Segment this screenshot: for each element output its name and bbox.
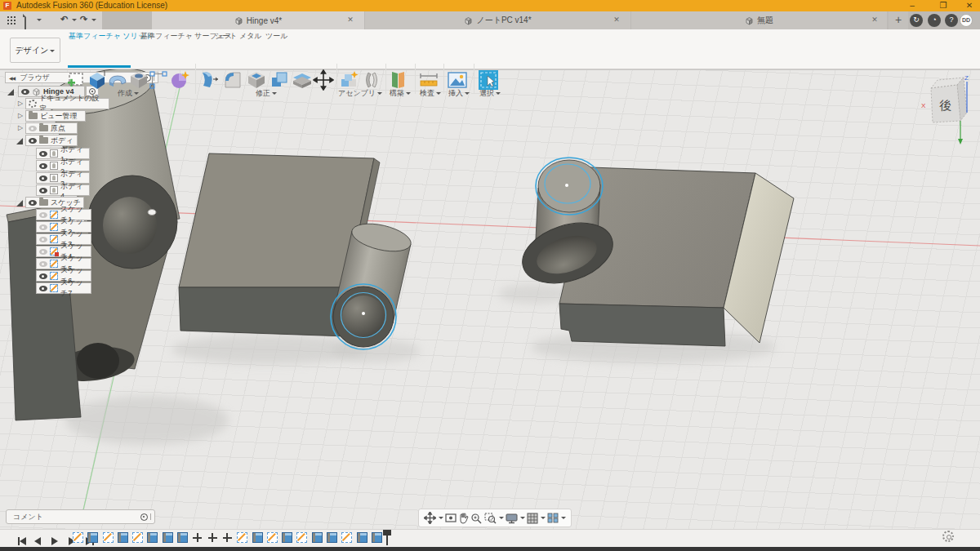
timeline-go-start[interactable] bbox=[18, 534, 26, 549]
tab-close-icon[interactable]: ✕ bbox=[871, 16, 879, 24]
workspace-selector[interactable]: デザイン bbox=[10, 38, 60, 63]
zoom-tool[interactable] bbox=[470, 513, 482, 524]
visibility-eye-icon-off[interactable] bbox=[29, 126, 37, 131]
ribbon-tab-tools[interactable]: ツール bbox=[265, 31, 287, 42]
tab-untitled[interactable]: 無題 ✕ bbox=[631, 11, 887, 29]
group-label-inspect[interactable]: 検査 bbox=[420, 88, 441, 99]
timeline-extrude-feature[interactable] bbox=[118, 532, 128, 543]
visibility-eye-icon-off[interactable] bbox=[39, 261, 47, 267]
visibility-eye-icon-off[interactable] bbox=[39, 224, 47, 230]
app-grid-icon[interactable] bbox=[7, 16, 16, 24]
minimize-button[interactable]: – bbox=[906, 0, 918, 11]
create-sketch-icon[interactable] bbox=[66, 69, 87, 91]
timeline-extrude-feature[interactable] bbox=[282, 532, 292, 543]
visibility-eye-icon-off[interactable] bbox=[39, 212, 47, 218]
browser-item-sketch7[interactable]: スケッチ7 bbox=[36, 282, 91, 294]
undo-caret[interactable] bbox=[72, 19, 77, 21]
avatar[interactable]: DD bbox=[960, 14, 973, 27]
group-label-assemble[interactable]: アセンブリ bbox=[338, 88, 382, 99]
visibility-eye-icon[interactable] bbox=[39, 188, 47, 193]
comment-box[interactable]: コメント bbox=[6, 509, 155, 524]
expand-arrow-root[interactable] bbox=[7, 89, 14, 96]
visibility-eye-icon[interactable] bbox=[39, 273, 47, 279]
timeline-extrude-feature[interactable] bbox=[252, 532, 263, 543]
timeline-step-back[interactable] bbox=[34, 534, 41, 549]
maximize-button[interactable]: ❐ bbox=[938, 0, 949, 11]
redo-icon[interactable]: ↷ bbox=[80, 14, 87, 24]
visibility-eye-icon[interactable] bbox=[39, 151, 47, 157]
orbit-tool[interactable] bbox=[424, 512, 443, 524]
timeline-sketch-feature[interactable] bbox=[267, 532, 278, 543]
timeline-sketch-feature[interactable] bbox=[341, 532, 352, 543]
expand-arrow-origin[interactable]: ▷ bbox=[18, 125, 23, 131]
expand-arrow-viewmgmt[interactable]: ▷ bbox=[18, 113, 23, 119]
timeline-extrude-feature[interactable] bbox=[177, 532, 188, 543]
timeline-extrude-feature[interactable] bbox=[163, 532, 173, 543]
press-pull-icon[interactable] bbox=[198, 69, 220, 91]
timeline-extrude-feature[interactable] bbox=[147, 532, 158, 543]
extrude-icon[interactable] bbox=[87, 69, 108, 91]
timeline-settings-gear-icon[interactable] bbox=[942, 531, 954, 542]
group-label-modify[interactable]: 修正 bbox=[256, 88, 277, 99]
viewports-tool[interactable] bbox=[547, 513, 566, 523]
timeline-marker[interactable] bbox=[386, 530, 388, 545]
tab-hinge[interactable]: Hinge v4* ✕ bbox=[152, 11, 364, 29]
visibility-eye-icon-off[interactable] bbox=[39, 249, 47, 255]
fillet-icon[interactable] bbox=[222, 69, 243, 91]
look-at-tool[interactable] bbox=[445, 513, 457, 523]
tab-close-icon[interactable]: ✕ bbox=[612, 16, 621, 24]
offset-face-icon[interactable] bbox=[292, 69, 313, 91]
visibility-eye-icon[interactable] bbox=[39, 163, 47, 169]
browser-item-doc-settings[interactable]: ドキュメントの設定 bbox=[25, 98, 109, 109]
browser-item-origin[interactable]: 原点 bbox=[25, 122, 78, 134]
undo-icon[interactable]: ↶ bbox=[60, 14, 68, 24]
tab-close-icon[interactable]: ✕ bbox=[346, 16, 354, 24]
browser-item-body4[interactable]: ボディ4 bbox=[36, 184, 90, 196]
group-label-select[interactable]: 選択 bbox=[479, 88, 501, 99]
timeline-play[interactable] bbox=[51, 534, 58, 549]
viewport-canvas[interactable] bbox=[0, 69, 980, 529]
pattern-icon[interactable] bbox=[148, 69, 169, 91]
group-label-construct[interactable]: 構築 bbox=[390, 88, 411, 99]
visibility-eye-icon[interactable] bbox=[29, 138, 37, 144]
job-status-icon[interactable]: ↻ bbox=[910, 14, 923, 27]
expand-arrow-bodies[interactable] bbox=[16, 138, 23, 144]
notifications-icon[interactable]: ◔ bbox=[928, 14, 941, 27]
new-tab-button[interactable]: + bbox=[889, 11, 908, 29]
comment-options-icon[interactable] bbox=[140, 513, 148, 521]
grid-display-tool[interactable] bbox=[527, 513, 546, 524]
help-icon[interactable]: ? bbox=[945, 14, 958, 27]
timeline-extrude-feature[interactable] bbox=[357, 532, 368, 543]
timeline-sketch-feature[interactable] bbox=[296, 532, 307, 543]
view-cube[interactable]: 後 Z X bbox=[921, 73, 980, 149]
redo-caret[interactable] bbox=[91, 19, 96, 21]
timeline-sketch-feature[interactable] bbox=[237, 532, 247, 543]
visibility-eye-icon[interactable] bbox=[21, 89, 29, 95]
expand-arrow-docsettings[interactable]: ▷ bbox=[18, 100, 23, 107]
timeline-extrude-feature[interactable] bbox=[87, 532, 98, 543]
browser-item-view-mgmt[interactable]: ビュー管理 bbox=[25, 110, 86, 122]
visibility-eye-icon[interactable] bbox=[29, 200, 37, 206]
timeline-move-feature[interactable] bbox=[192, 532, 203, 543]
timeline-sketch-feature[interactable] bbox=[132, 532, 143, 543]
group-label-create[interactable]: 作成 bbox=[118, 88, 139, 99]
file-menu-caret[interactable] bbox=[37, 19, 42, 21]
create-form-icon[interactable] bbox=[169, 69, 190, 91]
timeline-move-feature[interactable] bbox=[207, 532, 218, 543]
collapse-panel-icon[interactable]: ◀◀ bbox=[9, 75, 15, 81]
display-settings-tool[interactable] bbox=[506, 513, 525, 524]
expand-arrow-sketches[interactable] bbox=[16, 200, 23, 207]
visibility-eye-icon[interactable] bbox=[39, 286, 47, 291]
file-menu-icon[interactable] bbox=[24, 14, 26, 29]
timeline-extrude-feature[interactable] bbox=[312, 532, 323, 543]
timeline-sketch-feature[interactable] bbox=[73, 532, 83, 543]
close-button[interactable]: ✕ bbox=[964, 0, 975, 11]
visibility-eye-icon[interactable] bbox=[39, 176, 47, 181]
ribbon-tab-sheetmetal[interactable]: シート メタル bbox=[215, 31, 262, 42]
group-label-insert[interactable]: 挿入 bbox=[448, 88, 470, 99]
timeline-extrude-feature[interactable] bbox=[327, 532, 337, 543]
timeline-move-feature[interactable] bbox=[222, 532, 233, 543]
zoom-window-tool[interactable] bbox=[484, 513, 504, 524]
tab-notepc[interactable]: ノートPC v14* ✕ bbox=[365, 11, 630, 29]
pan-tool[interactable] bbox=[458, 513, 469, 524]
